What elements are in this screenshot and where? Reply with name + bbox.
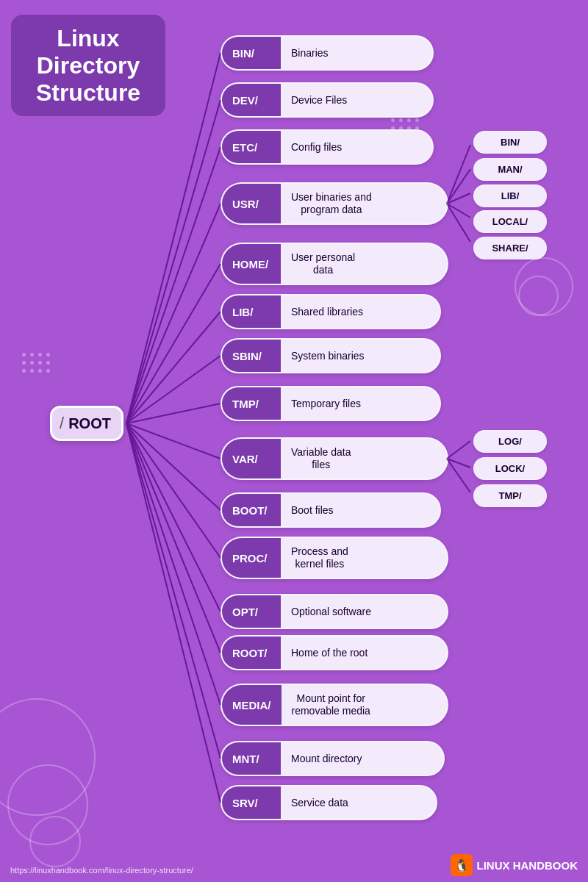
sub-usr-bin: BIN/ xyxy=(473,131,547,154)
dir-srv-label: SRV/ xyxy=(222,786,281,819)
dir-mnt: MNT/ Mount directory xyxy=(220,741,445,776)
dir-sbin-label: SBIN/ xyxy=(222,340,281,372)
dir-dev-label: DEV/ xyxy=(222,84,281,116)
dir-media-label: MEDIA/ xyxy=(222,685,282,725)
dir-opt-desc: Optional software xyxy=(281,606,381,618)
dir-etc-desc: Config files xyxy=(281,141,352,154)
dir-boot: BOOT/ Boot files xyxy=(220,492,441,528)
root-label: ROOT xyxy=(68,415,111,432)
dir-boot-label: BOOT/ xyxy=(222,494,281,526)
svg-line-23 xyxy=(447,459,470,492)
svg-line-2 xyxy=(126,147,220,423)
svg-line-18 xyxy=(447,193,470,204)
page-title: Linux Directory Structure xyxy=(11,15,165,116)
dir-sbin-desc: System binaries xyxy=(281,350,375,362)
dir-home-desc: User personaldata xyxy=(281,251,365,276)
dir-dev-desc: Device Files xyxy=(281,94,357,107)
svg-line-4 xyxy=(126,264,220,423)
dir-srv-desc: Service data xyxy=(281,797,359,809)
sub-var-log: LOG/ xyxy=(473,430,547,453)
svg-line-12 xyxy=(126,423,220,653)
dir-proc: PROC/ Process andkernel files xyxy=(220,537,448,579)
dir-home-label: HOME/ xyxy=(222,244,281,284)
sub-usr-local: LOCAL/ xyxy=(473,210,547,233)
root-slash: / xyxy=(60,414,64,433)
svg-line-21 xyxy=(447,441,470,459)
root-node: / ROOT xyxy=(50,406,123,441)
dir-root: ROOT/ Home of the root xyxy=(220,635,448,670)
dir-var: VAR/ Variable datafiles xyxy=(220,437,448,480)
dir-tmp: TMP/ Temporary files xyxy=(220,386,441,421)
dir-usr-label: USR/ xyxy=(222,184,281,223)
dir-var-desc: Variable datafiles xyxy=(281,446,361,471)
svg-line-13 xyxy=(126,423,220,705)
dir-lib-label: LIB/ xyxy=(222,295,281,328)
brand-icon: 🐧 xyxy=(451,854,473,876)
dir-opt-label: OPT/ xyxy=(222,595,281,628)
dir-mnt-desc: Mount directory xyxy=(281,753,372,765)
svg-line-9 xyxy=(126,423,220,510)
dir-tmp-desc: Temporary files xyxy=(281,398,371,410)
svg-line-20 xyxy=(447,204,470,242)
dir-mnt-label: MNT/ xyxy=(222,742,281,775)
svg-line-7 xyxy=(126,404,220,423)
svg-line-15 xyxy=(126,423,220,803)
dir-boot-desc: Boot files xyxy=(281,504,344,517)
dir-dev: DEV/ Device Files xyxy=(220,82,434,118)
svg-line-17 xyxy=(447,169,470,204)
dir-etc-label: ETC/ xyxy=(222,131,281,163)
svg-line-16 xyxy=(447,145,470,204)
svg-line-11 xyxy=(126,423,220,612)
svg-line-1 xyxy=(126,100,220,423)
svg-line-10 xyxy=(126,423,220,558)
svg-line-3 xyxy=(126,204,220,423)
footer-url: https://linuxhandbook.com/linux-director… xyxy=(10,866,193,875)
dir-bin: BIN/ Binaries xyxy=(220,35,434,71)
dir-sbin: SBIN/ System binaries xyxy=(220,338,441,373)
dir-usr: USR/ User binaries andprogram data xyxy=(220,182,448,225)
svg-line-5 xyxy=(126,312,220,423)
dir-opt: OPT/ Optional software xyxy=(220,594,448,629)
svg-line-22 xyxy=(447,459,470,467)
sub-usr-lib: LIB/ xyxy=(473,184,547,207)
dir-media: MEDIA/ Mount point forremovable media xyxy=(220,684,448,726)
sub-var-lock: LOCK/ xyxy=(473,457,547,480)
dir-root-desc: Home of the root xyxy=(281,647,378,659)
dir-home: HOME/ User personaldata xyxy=(220,243,448,285)
svg-line-14 xyxy=(126,423,220,759)
dir-media-desc: Mount point forremovable media xyxy=(282,692,381,717)
dir-var-label: VAR/ xyxy=(222,439,281,478)
dir-proc-label: PROC/ xyxy=(222,538,281,578)
svg-line-8 xyxy=(126,423,220,459)
svg-line-6 xyxy=(126,356,220,423)
sub-usr-share: SHARE/ xyxy=(473,237,547,259)
dir-tmp-label: TMP/ xyxy=(222,387,281,420)
dir-bin-desc: Binaries xyxy=(281,47,339,60)
dir-srv: SRV/ Service data xyxy=(220,785,437,820)
footer-brand: 🐧 LINUX HANDBOOK xyxy=(451,854,578,876)
brand-name: LINUX HANDBOOK xyxy=(477,859,578,872)
sub-usr-man: MAN/ xyxy=(473,158,547,181)
dir-bin-label: BIN/ xyxy=(222,37,281,69)
dir-root-label: ROOT/ xyxy=(222,637,281,669)
sub-var-tmp: TMP/ xyxy=(473,484,547,507)
dir-lib: LIB/ Shared libraries xyxy=(220,294,441,329)
svg-line-19 xyxy=(447,204,470,218)
dir-usr-desc: User binaries andprogram data xyxy=(281,191,382,216)
dir-proc-desc: Process andkernel files xyxy=(281,545,359,570)
dir-lib-desc: Shared libraries xyxy=(281,306,373,318)
dir-etc: ETC/ Config files xyxy=(220,129,434,165)
